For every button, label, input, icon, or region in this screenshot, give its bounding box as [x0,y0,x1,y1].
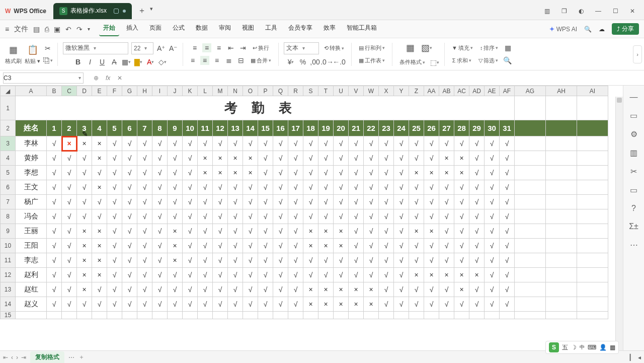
cell-AA8[interactable]: √ [424,209,439,224]
cell-AD10[interactable]: √ [469,239,485,253]
cell-R7[interactable]: √ [288,195,303,209]
row-header-7[interactable]: 7 [1,195,16,209]
sheet-next-icon[interactable]: › [16,354,18,361]
spreadsheet-table[interactable]: ◢ABCDEFGHIJKLMNOPQRSTUVWXYZAAABACADAEAFA… [0,86,608,319]
print-icon[interactable]: ⎙ [45,25,49,33]
col-header-AA[interactable]: AA [424,86,439,96]
col-header-J[interactable]: J [168,86,183,96]
cell-B5[interactable]: √ [47,166,62,180]
col-header-A[interactable]: A [16,86,47,96]
name-cell[interactable]: 赵利 [16,268,47,282]
col-header-U[interactable]: U [334,86,349,96]
cell-J11[interactable]: × [168,253,183,268]
cell-Z8[interactable]: √ [409,209,424,224]
cell-AB3[interactable]: √ [439,136,454,151]
cell-AD13[interactable]: √ [469,282,485,297]
cell-B8[interactable]: √ [47,209,62,224]
cell-Z13[interactable]: √ [409,282,424,297]
cell-E12[interactable]: × [92,268,107,282]
header-day-19[interactable]: 19 [318,120,334,136]
highlight-icon[interactable]: ◇ [158,57,167,66]
cell-M4[interactable]: × [213,151,228,166]
align-right-icon[interactable]: ≡ [212,56,221,65]
wps-ai-button[interactable]: ✦WPS AI [549,26,577,33]
cell-F8[interactable]: √ [107,209,122,224]
cell-W5[interactable]: √ [364,166,379,180]
decrease-font-icon[interactable]: A⁻ [169,44,178,53]
cell-O5[interactable]: × [243,166,258,180]
cell-D14[interactable]: √ [77,297,92,312]
cell-O7[interactable]: √ [243,195,258,209]
cell-H9[interactable]: √ [137,224,152,239]
cell-K5[interactable]: √ [183,166,198,180]
dec-decimal-icon[interactable]: ←.0 [335,57,344,66]
cell-S12[interactable]: √ [303,268,318,282]
fill-button[interactable]: ▼ 填充 [450,43,475,53]
cell-Y7[interactable]: √ [394,195,409,209]
name-cell[interactable]: 李林 [16,136,47,151]
cell-S4[interactable]: √ [303,151,318,166]
preview-icon[interactable]: ▣ [54,25,60,33]
cell-D7[interactable]: √ [77,195,92,209]
cell-D5[interactable]: √ [77,166,92,180]
cell-M8[interactable]: √ [213,209,228,224]
cell-AE8[interactable]: √ [485,209,500,224]
rail-chart-icon[interactable]: ▥ [630,148,637,158]
menu-tab-审阅[interactable]: 审阅 [215,22,235,36]
cell-F13[interactable]: √ [107,282,122,297]
cell-D10[interactable]: × [77,239,92,253]
cell-M10[interactable]: √ [213,239,228,253]
cell-AB12[interactable]: × [439,268,454,282]
ime-keyboard-icon[interactable]: ⌨ [588,344,596,351]
cell-B12[interactable]: √ [47,268,62,282]
cell-Q6[interactable]: √ [273,180,288,195]
cell-O6[interactable]: √ [243,180,258,195]
cell-C10[interactable]: √ [62,239,77,253]
cell-J12[interactable]: √ [168,268,183,282]
row-header-1[interactable]: 1 [1,96,16,120]
cell-V10[interactable]: √ [349,239,364,253]
col-header-H[interactable]: H [137,86,152,96]
cell-J8[interactable]: √ [168,209,183,224]
cell-G14[interactable]: √ [122,297,137,312]
row-header-8[interactable]: 8 [1,209,16,224]
row-header-14[interactable]: 14 [1,297,16,312]
cell-AF10[interactable]: √ [500,239,515,253]
crop-icon[interactable]: ⬚ [430,58,439,67]
cell-I3[interactable]: √ [152,136,168,151]
cell-T6[interactable]: √ [318,180,334,195]
cell-Z14[interactable]: √ [409,297,424,312]
cell-AE12[interactable]: √ [485,268,500,282]
cell-O10[interactable]: √ [243,239,258,253]
name-cell[interactable]: 杨广 [16,195,47,209]
cell-AB14[interactable]: √ [439,297,454,312]
col-header-V[interactable]: V [349,86,364,96]
name-cell[interactable]: 王文 [16,180,47,195]
cell-AF14[interactable]: √ [500,297,515,312]
row-header-13[interactable]: 13 [1,282,16,297]
cell-B13[interactable]: √ [47,282,62,297]
merge-button[interactable]: ▦ 合并 [249,56,273,65]
cell-K4[interactable]: √ [183,151,198,166]
cell-T3[interactable]: √ [318,136,334,151]
find-icon[interactable]: 🔍 [503,56,512,65]
col-header-K[interactable]: K [183,86,198,96]
cell-E14[interactable]: √ [92,297,107,312]
cell-G8[interactable]: √ [122,209,137,224]
percent-icon[interactable]: % [298,57,307,66]
cell-L7[interactable]: √ [198,195,213,209]
avatar-icon[interactable]: ◐ [577,8,586,15]
cell-AF7[interactable]: √ [500,195,515,209]
cell-AA7[interactable]: √ [424,195,439,209]
cell-AA9[interactable]: × [424,224,439,239]
name-cell[interactable]: 冯会 [16,209,47,224]
cell-Q14[interactable]: √ [273,297,288,312]
cell-B14[interactable]: √ [47,297,62,312]
cell-Z10[interactable]: √ [409,239,424,253]
cell-H4[interactable]: √ [137,151,152,166]
cell-N4[interactable]: × [228,151,243,166]
name-cell[interactable]: 黄婷 [16,151,47,166]
cell-K14[interactable]: √ [183,297,198,312]
cell-C13[interactable]: √ [62,282,77,297]
cell-J13[interactable]: √ [168,282,183,297]
